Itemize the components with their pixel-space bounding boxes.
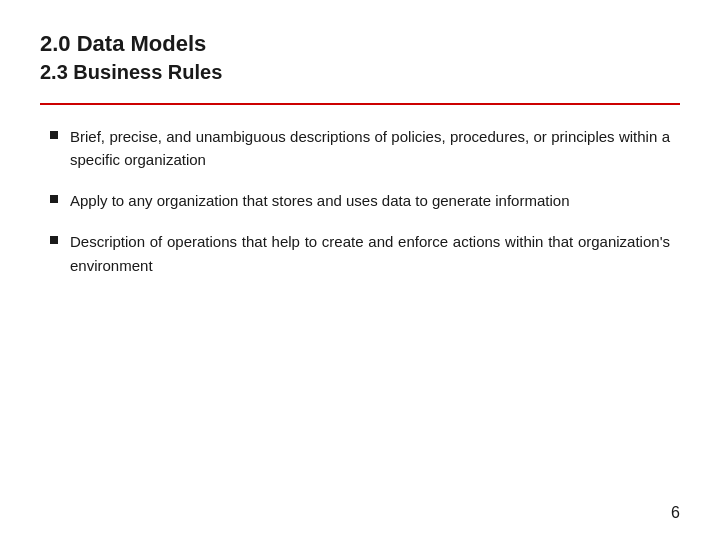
slide-container: 2.0 Data Models 2.3 Business Rules Brief… <box>0 0 720 540</box>
sub-title: 2.3 Business Rules <box>40 59 680 85</box>
list-item: Description of operations that help to c… <box>50 230 670 277</box>
header-divider <box>40 103 680 105</box>
bullet-icon <box>50 131 58 139</box>
list-item: Apply to any organization that stores an… <box>50 189 670 212</box>
list-item: Brief, precise, and unambiguous descript… <box>50 125 670 172</box>
content-section: Brief, precise, and unambiguous descript… <box>40 125 680 520</box>
page-number: 6 <box>671 504 680 522</box>
bullet-text-3: Description of operations that help to c… <box>70 230 670 277</box>
bullet-icon <box>50 195 58 203</box>
header-section: 2.0 Data Models 2.3 Business Rules <box>40 30 680 85</box>
bullet-icon <box>50 236 58 244</box>
main-title: 2.0 Data Models <box>40 30 680 59</box>
bullet-text-1: Brief, precise, and unambiguous descript… <box>70 125 670 172</box>
bullet-text-2: Apply to any organization that stores an… <box>70 189 569 212</box>
bullet-list: Brief, precise, and unambiguous descript… <box>50 125 670 277</box>
